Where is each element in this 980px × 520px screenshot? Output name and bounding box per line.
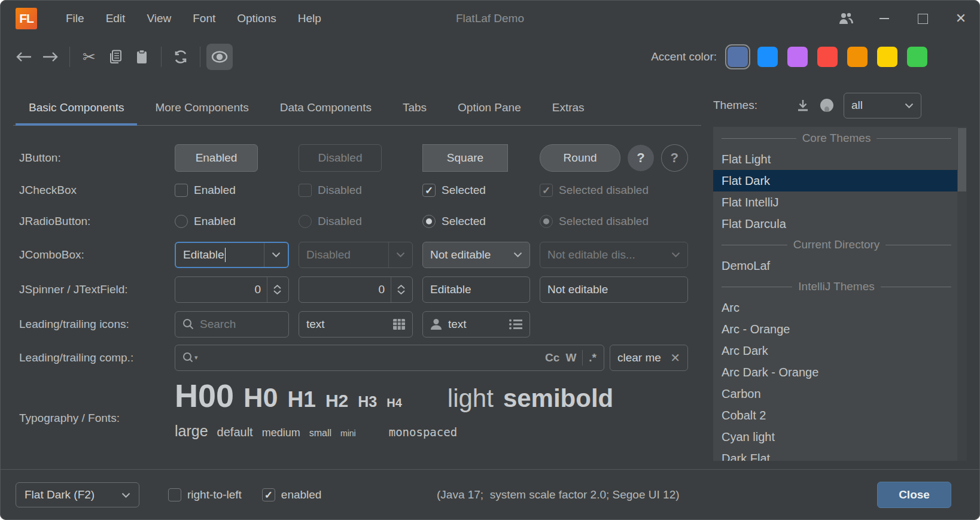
theme-item[interactable]: Cobalt 2 bbox=[713, 405, 957, 426]
text-input-table[interactable]: text bbox=[299, 311, 413, 337]
theme-item[interactable]: Arc Dark bbox=[713, 340, 957, 361]
titlebar: FL File Edit View Font Options Help Flat… bbox=[0, 0, 980, 37]
clear-icon[interactable]: ✕ bbox=[670, 351, 680, 365]
combobox-editable[interactable]: Editable bbox=[175, 242, 289, 268]
menu-help[interactable]: Help bbox=[287, 7, 332, 30]
accent-swatch-yellow[interactable] bbox=[877, 47, 897, 67]
rtl-checkbox[interactable]: right-to-left bbox=[168, 488, 242, 501]
accent-swatch-orange[interactable] bbox=[847, 47, 868, 67]
semibold-sample: semibold bbox=[503, 384, 613, 413]
table-icon[interactable] bbox=[393, 319, 405, 330]
accent-swatch-red[interactable] bbox=[817, 47, 838, 67]
combobox-not-editable[interactable]: Not editable bbox=[422, 242, 530, 268]
textfield-editable[interactable]: Editable bbox=[422, 276, 530, 303]
tab-option-pane[interactable]: Option Pane bbox=[442, 90, 537, 125]
regex-button[interactable]: .* bbox=[589, 351, 596, 364]
default-sample: default bbox=[217, 425, 253, 439]
accent-swatch-blue[interactable] bbox=[757, 47, 778, 67]
search-input[interactable]: Search bbox=[175, 311, 289, 337]
mini-sample: mini bbox=[340, 428, 356, 438]
download-icon[interactable] bbox=[791, 93, 815, 117]
themes-header: Themes: all bbox=[713, 89, 967, 122]
toolbar-separator bbox=[69, 47, 70, 67]
whole-words-button[interactable]: W bbox=[565, 351, 576, 364]
small-sample: small bbox=[309, 428, 331, 439]
forward-icon[interactable] bbox=[37, 44, 63, 70]
square-button[interactable]: Square bbox=[422, 144, 508, 172]
cut-icon[interactable]: ✂ bbox=[76, 44, 102, 70]
copy-icon[interactable] bbox=[102, 44, 129, 70]
h1-sample: H1 bbox=[288, 387, 316, 412]
theme-item[interactable]: Arc - Orange bbox=[713, 318, 957, 340]
chevron-down-icon[interactable] bbox=[264, 243, 281, 267]
close-button[interactable]: Close bbox=[877, 482, 951, 508]
menu-edit[interactable]: Edit bbox=[95, 7, 136, 30]
spinner-2[interactable]: 0 bbox=[299, 276, 413, 303]
github-icon[interactable] bbox=[815, 93, 839, 117]
users-icon[interactable] bbox=[827, 0, 865, 37]
theme-item[interactable]: DemoLaf bbox=[713, 255, 957, 276]
spinner-1[interactable]: 0 bbox=[175, 276, 289, 303]
large-sample: large bbox=[175, 422, 208, 440]
menu-options[interactable]: Options bbox=[226, 7, 287, 30]
menu-file[interactable]: File bbox=[55, 7, 95, 30]
paste-icon[interactable] bbox=[129, 44, 155, 70]
accent-swatch-default[interactable] bbox=[728, 47, 748, 67]
tab-basic-components[interactable]: Basic Components bbox=[13, 90, 139, 125]
accent-swatch-purple[interactable] bbox=[787, 47, 808, 67]
menu-view[interactable]: View bbox=[136, 7, 182, 30]
lookandfeel-combobox[interactable]: Flat Dark (F2) bbox=[16, 482, 139, 507]
list-menu-icon[interactable] bbox=[509, 319, 522, 330]
theme-item[interactable]: Cyan light bbox=[713, 426, 957, 448]
theme-item[interactable]: Carbon bbox=[713, 383, 957, 405]
help-button[interactable]: ? bbox=[628, 145, 653, 171]
theme-item[interactable]: Arc bbox=[713, 297, 957, 318]
help-button-outline[interactable]: ? bbox=[661, 144, 688, 172]
spinner-arrows-icon[interactable] bbox=[391, 277, 405, 302]
maximize-button[interactable] bbox=[903, 0, 942, 37]
tab-data-components[interactable]: Data Components bbox=[264, 90, 387, 125]
textfield-not-editable: Not editable bbox=[540, 276, 688, 303]
show-hidden-eye-icon[interactable] bbox=[206, 44, 233, 70]
search-placeholder: Search bbox=[200, 318, 236, 331]
round-button[interactable]: Round bbox=[540, 144, 620, 172]
scrollbar-thumb[interactable] bbox=[958, 128, 966, 191]
theme-item[interactable]: Flat Light bbox=[713, 148, 957, 170]
theme-item[interactable]: Arc Dark - Orange bbox=[713, 361, 957, 383]
enabled-button[interactable]: Enabled bbox=[175, 144, 258, 172]
clearable-input[interactable]: clear me ✕ bbox=[610, 345, 688, 371]
menu-font[interactable]: Font bbox=[182, 7, 226, 30]
themes-filter-combobox[interactable]: all bbox=[844, 93, 921, 118]
tab-extras[interactable]: Extras bbox=[537, 90, 600, 125]
theme-item-selected[interactable]: Flat Dark bbox=[713, 170, 957, 191]
text-input-user[interactable]: text bbox=[422, 311, 530, 337]
chevron-down-icon bbox=[513, 252, 522, 257]
minimize-button[interactable] bbox=[865, 0, 903, 37]
theme-item[interactable]: Dark Flat bbox=[713, 448, 957, 461]
themes-scrollbar[interactable] bbox=[957, 127, 967, 461]
tab-tabs[interactable]: Tabs bbox=[387, 90, 442, 125]
refresh-icon[interactable] bbox=[168, 44, 194, 70]
checkbox-unchecked-icon bbox=[168, 488, 181, 501]
tab-more-components[interactable]: More Components bbox=[139, 90, 264, 125]
close-window-button[interactable]: ✕ bbox=[942, 0, 980, 37]
search-dropdown-icon[interactable]: ▾ bbox=[182, 352, 198, 363]
theme-item[interactable]: Flat Darcula bbox=[713, 213, 957, 235]
checkbox-enabled[interactable]: Enabled bbox=[175, 184, 289, 197]
match-case-button[interactable]: Cc bbox=[545, 351, 559, 364]
h2-sample: H2 bbox=[325, 391, 348, 411]
search-with-options-input[interactable]: ▾ Cc W .* bbox=[175, 345, 604, 371]
accent-swatch-green[interactable] bbox=[907, 47, 927, 67]
basic-components-panel: JButton: Enabled Disabled Square Round ?… bbox=[19, 141, 688, 374]
radio-enabled[interactable]: Enabled bbox=[175, 215, 289, 228]
enabled-checkbox[interactable]: ✓ enabled bbox=[262, 488, 322, 501]
checkbox-selected[interactable]: ✓ Selected bbox=[422, 184, 530, 197]
radio-selected[interactable]: Selected bbox=[422, 215, 530, 228]
app-window: FL File Edit View Font Options Help Flat… bbox=[0, 0, 980, 520]
toolbar-separator bbox=[200, 47, 200, 67]
back-icon[interactable] bbox=[11, 44, 37, 70]
chevron-down-icon bbox=[671, 252, 680, 257]
spinner-arrows-icon[interactable] bbox=[267, 277, 281, 302]
leading-icons-label: Leading/trailing icons: bbox=[19, 318, 165, 331]
theme-item[interactable]: Flat IntelliJ bbox=[713, 191, 957, 213]
